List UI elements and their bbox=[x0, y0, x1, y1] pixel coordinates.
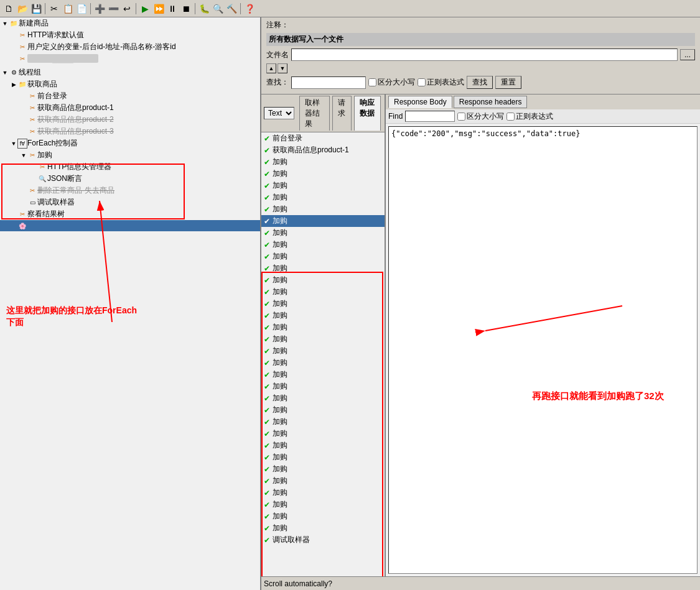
filename-input[interactable] bbox=[291, 48, 678, 61]
tree-item-getinfo2[interactable]: ✂ 获取商品信息product-2 bbox=[0, 114, 260, 126]
find-input[interactable] bbox=[405, 111, 455, 122]
toggle-foreach[interactable]: ▼ bbox=[10, 141, 17, 147]
run-all-icon[interactable]: ⏩ bbox=[152, 2, 165, 15]
list-item-addcart-11[interactable]: ✔加购 bbox=[261, 274, 385, 286]
stop-icon[interactable]: ⏹ bbox=[180, 2, 192, 15]
tree-item-results-tree[interactable]: 🌸 bbox=[0, 220, 260, 231]
tree-item-foreach[interactable]: ▼ f∀ ForEach控制器 bbox=[0, 137, 260, 149]
delete-icon: ✂ bbox=[27, 186, 37, 196]
list-item-addcart-5[interactable]: ✔加购 bbox=[261, 203, 385, 215]
search-icon[interactable]: 🔍 bbox=[212, 2, 224, 15]
list-item-addcart-24[interactable]: ✔加购 bbox=[261, 428, 385, 440]
tree-label-ja: JSON断言 bbox=[47, 173, 82, 184]
tree-item-http-header[interactable]: ✂ HTTP信息头管理器 bbox=[0, 161, 260, 173]
subtab-response-body[interactable]: Response Body bbox=[388, 96, 452, 108]
open-icon[interactable]: 📂 bbox=[16, 2, 29, 15]
list-item-addcart-13[interactable]: ✔加购 bbox=[261, 298, 385, 310]
tree-item-http-default[interactable]: ✂ HTTP请求默认值 bbox=[0, 29, 260, 41]
tree-item-delete[interactable]: ✂ 删除正常商品-失去商品 bbox=[0, 185, 260, 196]
list-item-addcart-9[interactable]: ✔加购 bbox=[261, 251, 385, 262]
list-item-getinfo[interactable]: ✔ 获取商品信息product-1 bbox=[261, 144, 385, 156]
list-item-addcart-7[interactable]: ✔加购 bbox=[261, 227, 385, 239]
list-item-addcart-29[interactable]: ✔加购 bbox=[261, 487, 385, 499]
tree-item-getinfo1[interactable]: ✂ 获取商品信息product-1 bbox=[0, 102, 260, 114]
tab-request[interactable]: 请求 bbox=[332, 96, 352, 131]
list-item-addcart-30[interactable]: ✔加购 bbox=[261, 499, 385, 510]
tree-item-new-product[interactable]: ▼ 📁 新建商品 bbox=[0, 17, 260, 29]
case-checkbox[interactable] bbox=[368, 78, 376, 86]
list-item-login[interactable]: ✔ 前台登录 bbox=[261, 132, 385, 144]
list-item-addcart-2[interactable]: ✔加购 bbox=[261, 168, 385, 180]
list-item-addcart-19[interactable]: ✔加购 bbox=[261, 369, 385, 380]
list-item-addcart-17[interactable]: ✔加购 bbox=[261, 345, 385, 357]
tree-item-create-order[interactable]: ▭ 调试取样器 bbox=[0, 196, 260, 208]
tree-item-blurred[interactable]: ✂ ████ bbox=[0, 53, 260, 64]
list-item-addcart-16[interactable]: ✔加购 bbox=[261, 333, 385, 345]
find-button[interactable]: 查找 bbox=[467, 76, 493, 89]
list-item-addcart-20[interactable]: ✔加购 bbox=[261, 380, 385, 392]
results-list-scroll[interactable]: ✔ 前台登录 ✔ 获取商品信息product-1 ✔加购 ✔加购 ✔加购 ✔加购… bbox=[261, 132, 385, 576]
list-item-debug-sampler[interactable]: ✔ 调试取样器 bbox=[261, 534, 385, 546]
search-input[interactable] bbox=[291, 76, 366, 89]
copy-icon[interactable]: 📋 bbox=[62, 2, 74, 15]
detail-subtabs: Response Body Response headers bbox=[386, 94, 700, 109]
list-item-addcart-21[interactable]: ✔加购 bbox=[261, 392, 385, 404]
tree-item-login[interactable]: ✂ 前台登录 bbox=[0, 90, 260, 102]
build-icon[interactable]: 🔨 bbox=[225, 2, 238, 15]
find-regex-checkbox[interactable] bbox=[506, 113, 515, 121]
new-icon[interactable]: 🗋 bbox=[2, 2, 15, 15]
find-case-checkbox[interactable] bbox=[457, 113, 465, 121]
list-item-addcart-1[interactable]: ✔加购 bbox=[261, 156, 385, 168]
scroll-down-btn[interactable]: ▼ bbox=[278, 63, 287, 73]
list-item-addcart-32[interactable]: ✔加购 bbox=[261, 522, 385, 534]
list-item-addcart-10[interactable]: ✔加购 bbox=[261, 262, 385, 274]
list-item-addcart-18[interactable]: ✔加购 bbox=[261, 357, 385, 369]
scroll-up-btn[interactable]: ▲ bbox=[266, 63, 276, 73]
list-item-addcart-31[interactable]: ✔加购 bbox=[261, 510, 385, 522]
tree-item-debug[interactable]: ✂ 察看结果树 bbox=[0, 208, 260, 220]
debug-icon[interactable]: 🐛 bbox=[198, 2, 210, 15]
regex-checkbox[interactable] bbox=[418, 78, 426, 86]
toggle-new-product[interactable]: ▼ bbox=[1, 21, 9, 27]
list-item-addcart-8[interactable]: ✔加购 bbox=[261, 239, 385, 251]
tab-response-data[interactable]: 响应数据 bbox=[354, 96, 381, 131]
list-item-addcart-6[interactable]: ✔加购 bbox=[261, 215, 385, 227]
tree-item-user-var[interactable]: ✂ 用户定义的变量-后台id-地址-商品名称-游客id bbox=[0, 41, 260, 53]
search-label: 查找： bbox=[266, 77, 289, 88]
list-item-addcart-4[interactable]: ✔加购 bbox=[261, 191, 385, 203]
toggle-tg[interactable]: ▼ bbox=[1, 70, 9, 76]
subtab-response-headers[interactable]: Response headers bbox=[454, 96, 528, 108]
cut-icon[interactable]: ✂ bbox=[48, 2, 60, 15]
tree-item-thread-group[interactable]: ▼ ⚙ 线程组 bbox=[0, 67, 260, 78]
tab-sampler-result[interactable]: 取样器结果 bbox=[299, 96, 330, 131]
save-icon[interactable]: 💾 bbox=[30, 2, 42, 15]
toggle-ac[interactable]: ▼ bbox=[20, 152, 27, 159]
browse-button[interactable]: ... bbox=[680, 49, 695, 60]
tree-item-addcart[interactable]: ▼ ✂ 加购 bbox=[0, 149, 260, 161]
run-icon[interactable]: ▶ bbox=[139, 2, 151, 15]
paste-icon[interactable]: 📄 bbox=[75, 2, 88, 15]
remove-icon[interactable]: ➖ bbox=[107, 2, 119, 15]
tree-item-getinfo3[interactable]: ✂ 获取商品信息product-3 bbox=[0, 126, 260, 137]
undo-icon[interactable]: ↩ bbox=[121, 2, 133, 15]
blurred-icon: ✂ bbox=[17, 53, 27, 63]
list-item-addcart-14[interactable]: ✔加购 bbox=[261, 310, 385, 321]
toggle-gp[interactable]: ▶ bbox=[10, 81, 17, 88]
reset-button[interactable]: 重置 bbox=[495, 76, 521, 89]
pause-icon[interactable]: ⏸ bbox=[166, 2, 179, 15]
list-item-addcart-3[interactable]: ✔加购 bbox=[261, 180, 385, 191]
list-item-addcart-22[interactable]: ✔加购 bbox=[261, 404, 385, 416]
tree-item-json-assert[interactable]: 🔍 JSON断言 bbox=[0, 173, 260, 185]
add-icon[interactable]: ➕ bbox=[93, 2, 106, 15]
tree-item-get-product[interactable]: ▶ 📁 获取商品 bbox=[0, 78, 260, 90]
list-item-addcart-12[interactable]: ✔加购 bbox=[261, 286, 385, 298]
format-dropdown[interactable]: Text bbox=[264, 107, 294, 119]
list-item-addcart-23[interactable]: ✔加购 bbox=[261, 416, 385, 428]
list-item-addcart-25[interactable]: ✔加购 bbox=[261, 440, 385, 451]
tree-label-tg: 线程组 bbox=[19, 67, 41, 78]
list-item-addcart-26[interactable]: ✔加购 bbox=[261, 451, 385, 463]
list-item-addcart-15[interactable]: ✔加购 bbox=[261, 321, 385, 333]
list-item-addcart-28[interactable]: ✔加购 bbox=[261, 475, 385, 487]
list-item-addcart-27[interactable]: ✔加购 bbox=[261, 463, 385, 475]
help-icon[interactable]: ❓ bbox=[243, 2, 256, 15]
